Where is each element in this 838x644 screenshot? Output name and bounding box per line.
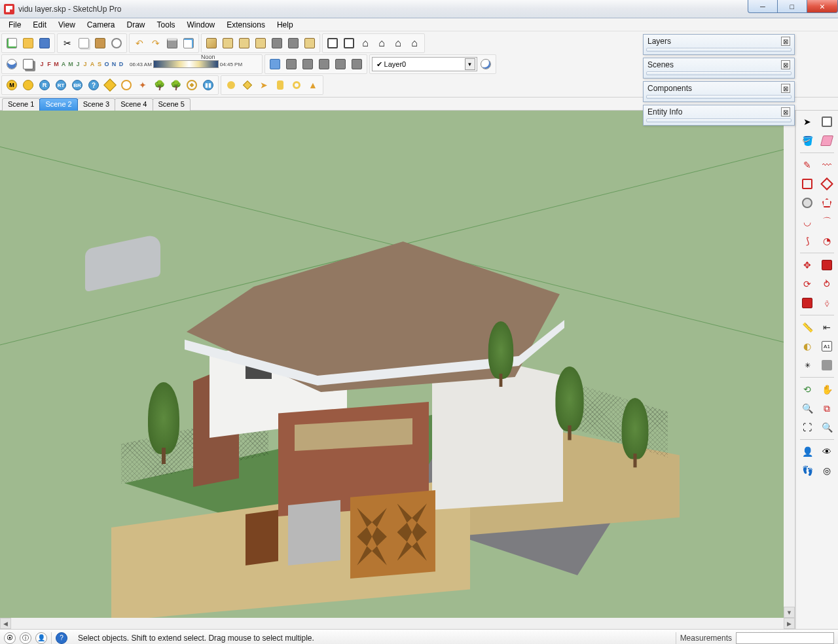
components-panel[interactable]: Components⊠ xyxy=(643,81,795,102)
model-info-icon[interactable] xyxy=(181,35,196,51)
profile-icon[interactable]: 👤 xyxy=(35,632,47,644)
eraser-icon[interactable] xyxy=(818,132,835,149)
scene-tab-5[interactable]: Scene 5 xyxy=(153,98,191,111)
m-button[interactable]: M xyxy=(4,77,20,93)
right-view-icon[interactable] xyxy=(253,35,268,51)
br-button[interactable]: BR xyxy=(69,77,85,93)
make-component-tool-icon[interactable] xyxy=(818,113,835,130)
left-view-icon[interactable] xyxy=(285,35,301,51)
pause-icon[interactable]: ▮▮ xyxy=(200,77,216,93)
component-options-icon[interactable] xyxy=(341,35,357,51)
tag-icon[interactable] xyxy=(102,77,118,93)
cut-icon[interactable]: ✂ xyxy=(60,35,75,51)
back-view-icon[interactable] xyxy=(269,35,285,51)
scene-tab-1[interactable]: Scene 1 xyxy=(2,98,40,111)
time-slider[interactable]: 06:43 AM 04:45 PM xyxy=(127,57,245,71)
geo-location-icon[interactable]: ⦿ xyxy=(4,632,16,644)
house-icon-4[interactable]: ⌂ xyxy=(407,35,422,51)
new-file-icon[interactable] xyxy=(4,35,20,51)
select-tool-icon[interactable]: ➤ xyxy=(799,113,816,130)
circle-tool-icon[interactable] xyxy=(799,194,816,211)
text-tool-icon[interactable]: A1 xyxy=(818,338,835,355)
scale-tool-icon[interactable] xyxy=(799,295,816,312)
scenes-panel[interactable]: Scenes⊠ xyxy=(643,58,795,79)
split-icon[interactable] xyxy=(349,56,365,72)
cone-icon[interactable]: ▲ xyxy=(305,77,321,93)
plane-icon[interactable] xyxy=(240,77,255,93)
trim-icon[interactable] xyxy=(333,56,348,72)
scene-tab-2[interactable]: Scene 2 xyxy=(39,98,77,111)
panel-close-icon[interactable]: ⊠ xyxy=(781,107,790,116)
move-tool-icon[interactable]: ✥ xyxy=(799,257,816,274)
menu-help[interactable]: Help xyxy=(271,19,299,31)
iso-view-icon[interactable] xyxy=(204,35,219,51)
previous-view-icon[interactable]: 🔍 xyxy=(818,419,835,436)
paste-icon[interactable] xyxy=(92,35,108,51)
polygon-tool-icon[interactable] xyxy=(818,194,835,211)
dimension-tool-icon[interactable]: ⇤ xyxy=(818,319,835,336)
push-pull-icon[interactable] xyxy=(818,257,835,274)
print-icon[interactable] xyxy=(164,35,180,51)
menu-window[interactable]: Window xyxy=(181,19,221,31)
two-point-arc-icon[interactable]: ⌒ xyxy=(818,213,835,230)
zoom-window-icon[interactable]: ⧉ xyxy=(818,400,835,417)
menu-tools[interactable]: Tools xyxy=(151,19,181,31)
target-icon[interactable] xyxy=(184,77,200,93)
layer-current-input[interactable] xyxy=(384,60,463,68)
close-button[interactable]: ✕ xyxy=(807,0,838,13)
layer-manager-icon[interactable] xyxy=(478,56,494,72)
house-icon-2[interactable]: ⌂ xyxy=(374,35,390,51)
pie-tool-icon[interactable]: ◔ xyxy=(818,232,835,249)
paint-bucket-icon[interactable]: 🪣 xyxy=(799,132,816,149)
entity-info-panel[interactable]: Entity Info⊠ xyxy=(643,105,795,126)
scene-tab-3[interactable]: Scene 3 xyxy=(77,98,115,111)
tree-icon-2[interactable]: 🌳 xyxy=(168,77,183,93)
minimize-button[interactable]: — xyxy=(748,0,777,13)
menu-view[interactable]: View xyxy=(52,19,81,31)
rt-button[interactable]: RT xyxy=(53,77,69,93)
help-button[interactable]: ? xyxy=(86,77,101,93)
section-plane-icon[interactable]: ◎ xyxy=(818,462,835,479)
shadow-toggle-icon[interactable] xyxy=(20,56,36,72)
open-file-icon[interactable] xyxy=(20,35,36,51)
look-around-icon[interactable]: 👁 xyxy=(818,443,835,460)
axes-tool-icon[interactable]: ✳ xyxy=(799,357,816,374)
save-file-icon[interactable] xyxy=(37,35,52,51)
sun-icon[interactable] xyxy=(118,77,134,93)
horizontal-scrollbar[interactable]: ◀▶ xyxy=(0,618,795,629)
rotate-tool-icon[interactable]: ⟳ xyxy=(799,276,816,293)
zoom-tool-icon[interactable]: 🔍 xyxy=(799,400,816,417)
house-icon-1[interactable]: ⌂ xyxy=(357,35,373,51)
offset-tool-icon[interactable]: ⎀ xyxy=(818,295,835,312)
torus-icon[interactable] xyxy=(289,77,304,93)
union-icon[interactable] xyxy=(300,56,316,72)
scene-tab-4[interactable]: Scene 4 xyxy=(115,98,153,111)
3d-viewport[interactable]: ▲▼ ◀▶ xyxy=(0,111,795,629)
layer-dropdown[interactable]: ✔ ▼ xyxy=(372,57,477,71)
intersect-icon[interactable] xyxy=(283,56,299,72)
r-button[interactable]: R xyxy=(37,77,52,93)
make-component-icon[interactable] xyxy=(325,35,340,51)
pan-tool-icon[interactable]: ✋ xyxy=(818,381,835,398)
walk-tool-icon[interactable]: 👣 xyxy=(799,462,816,479)
bottom-view-icon[interactable] xyxy=(302,35,318,51)
layers-panel[interactable]: Layers⊠ xyxy=(643,34,795,55)
line-tool-icon[interactable]: ✎ xyxy=(799,156,816,173)
cylinder-icon[interactable] xyxy=(272,77,288,93)
delete-icon[interactable] xyxy=(109,35,124,51)
menu-camera[interactable]: Camera xyxy=(81,19,121,31)
zoom-extents-icon[interactable]: ⛶ xyxy=(799,419,816,436)
dropdown-arrow-icon[interactable]: ▼ xyxy=(465,58,475,70)
copy-icon[interactable] xyxy=(76,35,92,51)
sparkle-icon[interactable]: ✦ xyxy=(135,77,151,93)
follow-me-icon[interactable]: ⥁ xyxy=(818,276,835,293)
three-point-arc-icon[interactable]: ⟆ xyxy=(799,232,816,249)
subtract-icon[interactable] xyxy=(316,56,332,72)
orbit-tool-icon[interactable]: ⟲ xyxy=(799,381,816,398)
house-icon-3[interactable]: ⌂ xyxy=(390,35,406,51)
o-button[interactable] xyxy=(20,77,36,93)
3d-text-icon[interactable] xyxy=(818,357,835,374)
month-slider[interactable]: JFM AMJ JAS OND xyxy=(37,61,126,67)
arc-tool-icon[interactable]: ◡ xyxy=(799,213,816,230)
rectangle-tool-icon[interactable] xyxy=(799,175,816,192)
